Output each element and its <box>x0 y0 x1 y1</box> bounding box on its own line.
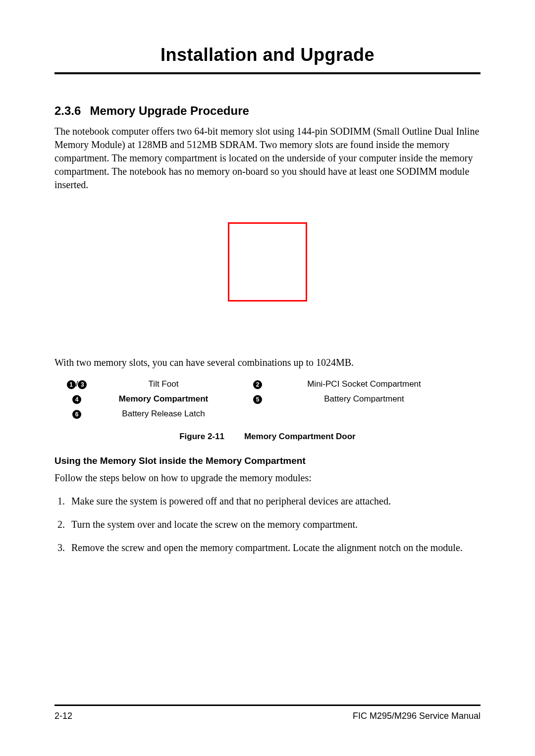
page-footer: 2-12 FIC M295/M296 Service Manual <box>54 705 481 721</box>
legend-label: Tilt Foot <box>99 379 228 389</box>
figure-caption: Figure 2-11Memory Compartment Door <box>54 432 481 442</box>
figure-placeholder <box>228 222 307 302</box>
legend-marker: 2 <box>228 379 287 389</box>
legend-row: 6 Battery Release Latch <box>54 409 481 419</box>
step-item: Remove the screw and open the memory com… <box>67 541 481 554</box>
legend-label: Memory Compartment <box>99 394 228 404</box>
legend-row: 1/3 Tilt Foot 2 Mini-PCI Socket Compartm… <box>54 379 481 389</box>
section-para-3: Follow the steps below on how to upgrade… <box>54 471 481 485</box>
section-heading: 2.3.6Memory Upgrade Procedure <box>54 104 481 118</box>
legend-label: Battery Release Latch <box>99 409 228 419</box>
page-title: Installation and Upgrade <box>54 45 481 74</box>
legend-marker: 6 <box>54 409 99 419</box>
legend-row: 4 Memory Compartment 5 Battery Compartme… <box>54 394 481 404</box>
sub-heading: Using the Memory Slot inside the Memory … <box>54 455 481 466</box>
marker-icon: 5 <box>253 395 262 404</box>
legend-label: Battery Compartment <box>287 394 441 404</box>
section-para-2: With two memory slots, you can have seve… <box>54 356 481 369</box>
figure-number: Figure 2-11 <box>179 432 224 441</box>
section-para-1: The notebook computer offers two 64-bit … <box>54 125 481 192</box>
step-item: Make sure the system is powered off and … <box>67 495 481 508</box>
legend-marker: 4 <box>54 394 99 404</box>
marker-icon: 1 <box>67 380 76 389</box>
legend-marker: 1/3 <box>54 379 99 389</box>
legend-marker: 5 <box>228 394 287 404</box>
marker-icon: 6 <box>72 410 81 419</box>
figure-title: Memory Compartment Door <box>244 432 356 441</box>
legend-label: Mini-PCI Socket Compartment <box>287 379 441 389</box>
section-number: 2.3.6 <box>54 104 81 117</box>
steps-list: Make sure the system is powered off and … <box>54 495 481 554</box>
section-heading-text: Memory Upgrade Procedure <box>90 104 249 117</box>
legend-table: 1/3 Tilt Foot 2 Mini-PCI Socket Compartm… <box>54 379 481 419</box>
marker-icon: 3 <box>78 380 87 389</box>
marker-icon: 2 <box>253 380 262 389</box>
footer-page-number: 2-12 <box>54 711 72 721</box>
marker-icon: 4 <box>72 395 81 404</box>
footer-doc-title: FIC M295/M296 Service Manual <box>353 711 481 721</box>
step-item: Turn the system over and locate the scre… <box>67 518 481 531</box>
